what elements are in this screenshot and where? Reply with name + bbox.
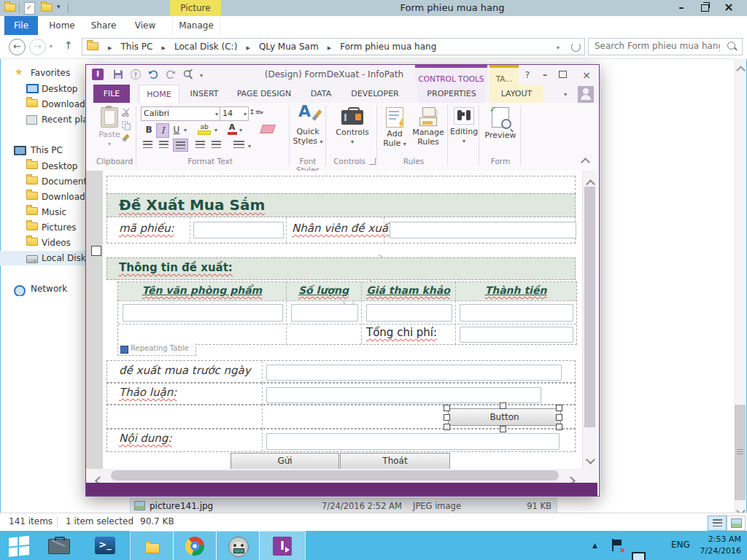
section-title-band[interactable]: Thông tin đề xuất: <box>107 257 576 280</box>
forward-button[interactable]: → <box>29 39 46 55</box>
controls-button[interactable]: Controls ▾ <box>334 106 371 147</box>
qat-properties-icon[interactable]: ✓ <box>24 2 35 15</box>
picture-tools-contextual-header[interactable]: Picture Tools <box>170 0 221 16</box>
selection-handle[interactable] <box>556 414 562 421</box>
design-checker-icon[interactable] <box>182 69 194 83</box>
underline-dropdown-icon[interactable]: ▾ <box>184 127 187 133</box>
qat-dropdown-icon[interactable]: ▾ <box>200 72 203 79</box>
col-header-so-luong[interactable]: Số lượng <box>286 284 361 296</box>
tab-view[interactable]: View <box>128 16 162 35</box>
horizontal-scrollbar-thumb[interactable] <box>111 470 559 481</box>
tab-file[interactable]: File <box>4 16 38 35</box>
thumbnails-view-button[interactable] <box>727 516 746 531</box>
close-button[interactable]: × <box>718 0 740 15</box>
tray-expand-icon[interactable]: ▲ <box>592 542 597 549</box>
search-input[interactable] <box>593 40 721 52</box>
network-status-icon[interactable] <box>632 552 644 560</box>
cut-icon[interactable] <box>121 107 131 120</box>
tab-share[interactable]: Share <box>86 16 121 35</box>
tab-infopath-home[interactable]: HOME <box>139 85 179 104</box>
avatar[interactable] <box>578 86 594 103</box>
copy-icon[interactable] <box>121 120 131 133</box>
italic-button[interactable]: I <box>156 123 169 138</box>
save-icon[interactable] <box>112 69 124 83</box>
sidebar-group-this-pc[interactable]: This PC <box>0 143 95 158</box>
so-luong-input[interactable] <box>291 304 358 322</box>
tab-infopath-properties[interactable]: PROPERTIES <box>418 85 485 103</box>
sidebar-item-music[interactable]: Music <box>0 205 95 219</box>
tab-infopath-page-design[interactable]: PAGE DESIGN <box>231 85 298 103</box>
canvas-scroll-down-arrow[interactable] <box>587 452 594 466</box>
sidebar-item-downloads[interactable]: Downloads <box>0 97 95 112</box>
form-button-control[interactable]: Button <box>448 408 561 426</box>
add-rule-button[interactable]: Add Rule ▾ <box>380 106 409 149</box>
taskbar-app-button[interactable] <box>216 531 260 560</box>
up-button[interactable]: ↑ <box>64 39 73 51</box>
start-button[interactable] <box>9 535 34 557</box>
nhan-vien-input[interactable] <box>390 222 576 238</box>
publish-icon[interactable] <box>130 69 142 83</box>
quick-styles-button[interactable]: A Quick Styles ▾ <box>292 106 324 147</box>
taskbar-powershell-icon[interactable]: >_ <box>95 537 115 554</box>
recent-locations-dropdown-icon[interactable]: ▾ <box>50 43 53 50</box>
col-header-ten-vpp[interactable]: Tên văn phòng phẩm <box>118 284 286 296</box>
align-center-icon[interactable] <box>159 141 169 148</box>
tab-infopath-developer[interactable]: DEVELOPER <box>344 85 406 103</box>
taskbar-chrome-button[interactable] <box>173 531 217 560</box>
sidebar-item-pc-desktop[interactable]: Desktop <box>0 159 95 174</box>
collapse-ribbon-icon[interactable] <box>582 158 589 168</box>
breadcrumb-current-folder[interactable]: Form phieu mua hang <box>340 42 436 52</box>
minimize-button[interactable]: – <box>671 0 692 15</box>
selection-handle[interactable] <box>500 402 506 409</box>
canvas-vertical-scrollbar[interactable] <box>582 171 597 469</box>
table-select-handle[interactable] <box>91 246 101 256</box>
font-color-dropdown-icon[interactable]: ▾ <box>239 127 242 133</box>
sidebar-item-documents[interactable]: Documents <box>0 174 95 189</box>
canvas-scrollbar-thumb[interactable] <box>584 187 595 427</box>
address-dropdown-icon[interactable]: ▾ <box>557 44 560 51</box>
list-dropdown-icon[interactable]: ▾ <box>248 143 251 149</box>
tab-infopath-insert[interactable]: INSERT <box>184 85 225 103</box>
help-button[interactable]: ? <box>521 68 534 82</box>
align-left-icon[interactable] <box>143 141 152 148</box>
thanh-tien-input[interactable] <box>460 304 573 322</box>
sidebar-item-downloads2[interactable]: Downloads <box>0 190 95 204</box>
bold-button[interactable]: B <box>143 123 155 136</box>
language-indicator[interactable]: ENG <box>671 540 690 550</box>
gia-tham-khao-input[interactable] <box>366 304 452 322</box>
thao-luan-input[interactable] <box>266 387 541 403</box>
controls-dialog-launcher[interactable] <box>369 158 376 165</box>
sidebar-item-recent-places[interactable]: Recent places <box>0 112 95 127</box>
explorer-vertical-scrollbar[interactable] <box>734 58 746 513</box>
repeating-table-tag[interactable]: Repeating Table <box>117 343 196 356</box>
qat-newfolder-icon[interactable] <box>41 1 53 12</box>
selection-handle[interactable] <box>556 405 562 411</box>
ma-phieu-input[interactable] <box>193 222 284 238</box>
taskbar-explorer-button[interactable] <box>130 531 174 560</box>
noi-dung-input[interactable] <box>266 433 560 450</box>
sidebar-group-network[interactable]: Network <box>0 281 95 296</box>
col-header-gia-tham-khao[interactable]: Giá tham khảo <box>361 284 455 296</box>
redo-icon[interactable] <box>165 69 177 83</box>
infopath-close-button[interactable]: × <box>579 68 594 82</box>
ten-vpp-input[interactable] <box>123 304 283 322</box>
highlight-color-icon[interactable]: ab <box>197 123 212 136</box>
align-right-icon[interactable] <box>173 139 188 152</box>
tong-chi-phi-input[interactable] <box>460 327 573 343</box>
selection-handle[interactable] <box>444 405 450 411</box>
increase-indent-icon[interactable] <box>212 141 221 148</box>
infopath-maximize-button[interactable] <box>559 71 567 78</box>
ribbon-display-dropdown-icon[interactable]: ▾ <box>564 91 567 98</box>
tab-infopath-layout[interactable]: LAYOUT <box>489 85 543 103</box>
file-row-picture141[interactable]: picture141.jpg 7/24/2016 2:52 AM JPEG im… <box>130 498 557 514</box>
sidebar-group-favorites[interactable]: ★Favorites <box>0 66 95 80</box>
breadcrumb-this-pc[interactable]: This PC <box>120 42 152 52</box>
line-spacing-icon[interactable]: ↕≡▾ <box>249 108 263 116</box>
sidebar-item-videos[interactable]: Videos <box>0 236 95 250</box>
underline-button[interactable]: U <box>171 123 182 136</box>
canvas-horizontal-scrollbar[interactable] <box>86 469 597 483</box>
sidebar-item-desktop[interactable]: Desktop <box>0 82 95 96</box>
tab-infopath-data[interactable]: DATA <box>303 85 338 103</box>
refresh-icon[interactable] <box>571 42 581 52</box>
clear-formatting-eraser-icon[interactable] <box>260 125 276 133</box>
